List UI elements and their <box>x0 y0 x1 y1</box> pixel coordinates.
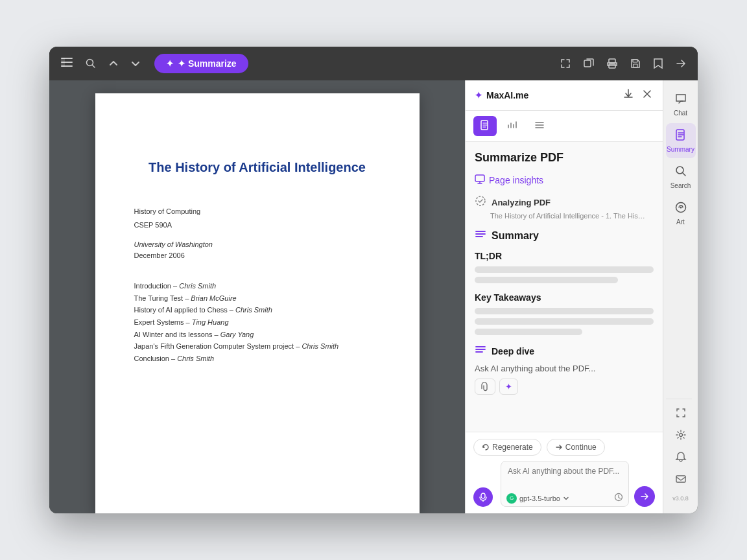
gpt-icon: G <box>506 493 517 504</box>
svg-rect-10 <box>633 60 637 62</box>
tldr-label: TL;DR <box>475 251 654 261</box>
sidebar-item-expand[interactable] <box>666 402 696 424</box>
main-area: The History of Artificial Intelligence H… <box>49 80 698 513</box>
bookmark-button[interactable] <box>650 54 667 73</box>
toc-item-6: Conclusion – Chris Smith <box>134 353 381 365</box>
sidebar-item-bell[interactable] <box>666 446 696 468</box>
summary-label: Summary <box>492 230 539 242</box>
chat-icon <box>674 92 687 108</box>
sidebar-item-chat[interactable]: Chat <box>666 87 696 122</box>
search-button[interactable] <box>82 54 100 73</box>
model-name: gpt-3.5-turbo <box>519 495 560 502</box>
toc-item-0: Introduction – Chris Smith <box>134 280 381 292</box>
toc-item-4: AI Winter and its lessons – Gary Yang <box>134 329 381 341</box>
close-panel-button[interactable] <box>641 87 654 104</box>
sparkle-button[interactable]: ✦ <box>499 379 518 395</box>
key-takeaways-label: Key Takeaways <box>475 292 654 303</box>
svg-rect-14 <box>481 493 485 498</box>
pdf-university: University of Washington <box>134 239 381 250</box>
model-selector[interactable]: G gpt-3.5-turbo <box>506 493 569 504</box>
page-insights-label: Page insights <box>489 175 543 185</box>
toc-item-3: Expert Systems – Ting Huang <box>134 316 381 329</box>
svg-line-5 <box>93 65 95 68</box>
panel-footer: Regenerate Continue <box>466 432 663 513</box>
save-button[interactable] <box>626 54 645 73</box>
skeleton-kt-3 <box>475 329 582 335</box>
new-window-button[interactable] <box>580 54 598 73</box>
history-button[interactable] <box>614 493 623 504</box>
tab-list[interactable] <box>528 116 551 136</box>
deep-dive-header: Deep dive <box>475 344 654 358</box>
mic-button[interactable] <box>473 487 493 507</box>
sidebar-bottom: v3.0.8 <box>666 396 696 507</box>
sidebar-icon <box>61 58 73 69</box>
skeleton-tldr-1 <box>475 266 654 273</box>
scroll-down-button[interactable] <box>127 55 144 72</box>
attach-button[interactable] <box>475 379 495 395</box>
summarize-label: ✦ Summarize <box>178 58 237 69</box>
deep-dive-label: Deep dive <box>492 346 534 356</box>
svg-rect-21 <box>676 476 685 482</box>
sidebar-toggle-button[interactable] <box>57 54 77 73</box>
summarize-star-icon: ✦ <box>166 58 174 69</box>
sidebar-item-art[interactable]: Art <box>666 196 696 231</box>
summarize-button[interactable]: ✦ ✦ Summarize <box>154 54 248 73</box>
sidebar-item-search[interactable]: Search <box>666 159 696 194</box>
sparkle-icon: ✦ <box>505 382 512 391</box>
svg-rect-12 <box>475 175 484 181</box>
input-wrapper: G gpt-3.5-turbo <box>501 461 629 507</box>
svg-rect-6 <box>584 60 591 67</box>
continue-label: Continue <box>565 443 597 452</box>
deep-dive-text: Ask AI anything about the PDF... <box>475 364 654 373</box>
svg-rect-3 <box>61 58 65 67</box>
svg-point-17 <box>676 167 683 174</box>
send-button[interactable] <box>634 486 655 507</box>
analyzing-icon <box>475 195 486 209</box>
sidebar-item-settings[interactable] <box>666 424 696 446</box>
download-button[interactable] <box>621 87 635 104</box>
panel-title-text: MaxAI.me <box>486 90 528 100</box>
panel-section-title: Summarize PDF <box>475 151 654 165</box>
analyzing-sub: The History of Artificial Intelligence -… <box>490 212 654 220</box>
skeleton-kt-1 <box>475 308 654 314</box>
scroll-up-button[interactable] <box>105 55 122 72</box>
sidebar-item-summary[interactable]: Summary <box>666 123 696 158</box>
pdf-viewer: The History of Artificial Intelligence H… <box>49 80 465 513</box>
tab-chart[interactable] <box>501 116 524 136</box>
input-footer-row: G gpt-3.5-turbo <box>501 490 628 506</box>
summary-header: Summary <box>475 229 654 243</box>
search-label: Search <box>670 182 691 189</box>
svg-point-20 <box>679 434 682 437</box>
continue-button[interactable]: Continue <box>547 439 605 456</box>
search-sidebar-icon <box>674 165 687 181</box>
sidebar-item-mail[interactable] <box>666 468 696 490</box>
more-button[interactable] <box>672 54 690 73</box>
pdf-course: History of Computing <box>134 206 381 217</box>
tab-pdf[interactable] <box>473 116 497 136</box>
regenerate-button[interactable]: Regenerate <box>473 439 541 456</box>
deep-dive-actions: ✦ <box>475 379 654 395</box>
art-icon <box>674 201 687 217</box>
art-label: Art <box>676 218 685 226</box>
summary-icon <box>475 229 486 243</box>
app-window: ✦ ✦ Summarize <box>49 47 698 513</box>
chat-input[interactable] <box>501 461 628 487</box>
version-text: v3.0.8 <box>666 490 696 507</box>
svg-rect-8 <box>609 64 615 68</box>
right-sidebar: Chat Summary Search <box>663 80 698 513</box>
print-button[interactable] <box>603 54 621 73</box>
panel-tabs <box>466 111 663 142</box>
toc-item-1: The Turing Test – Brian McGuire <box>134 292 381 305</box>
fullscreen-button[interactable] <box>556 54 575 73</box>
pdf-title: The History of Artificial Intelligence <box>134 158 381 176</box>
chat-label: Chat <box>674 110 687 117</box>
pdf-date: December 2006 <box>134 250 381 261</box>
toolbar: ✦ ✦ Summarize <box>49 47 698 80</box>
maxai-star-icon: ✦ <box>475 90 482 100</box>
pdf-course-number: CSEP 590A <box>134 220 381 231</box>
regenerate-label: Regenerate <box>492 443 533 452</box>
svg-rect-7 <box>609 59 615 63</box>
panel-header: ✦ MaxAI.me <box>466 80 663 111</box>
analyzing-row: Analyzing PDF <box>475 195 654 209</box>
page-insights-link[interactable]: Page insights <box>475 174 654 186</box>
